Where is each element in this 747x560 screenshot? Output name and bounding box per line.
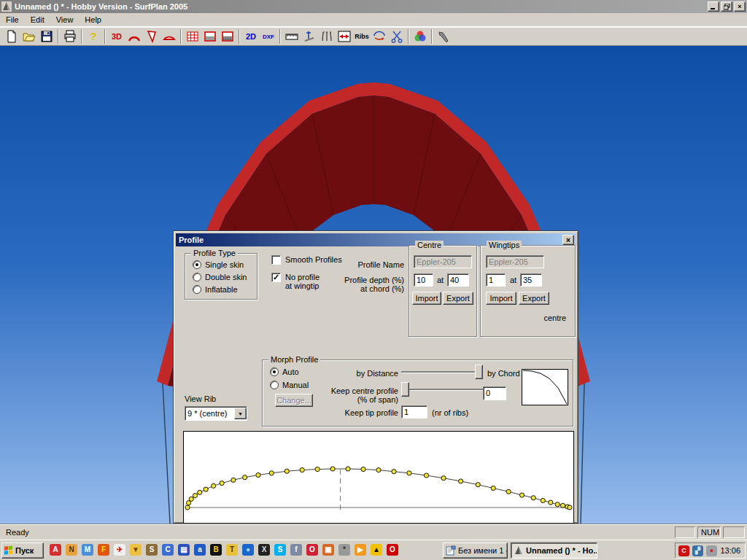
black-app-icon[interactable]: X <box>258 544 270 556</box>
restore-button[interactable] <box>721 1 732 12</box>
notes-icon[interactable]: N <box>66 544 77 556</box>
arch-icon[interactable] <box>125 28 143 44</box>
menu-edit[interactable]: Edit <box>25 14 50 26</box>
satellite-icon[interactable]: S <box>146 544 158 556</box>
acdsee-icon[interactable]: A <box>50 544 61 556</box>
print-icon[interactable] <box>61 28 79 44</box>
wingtips-profile-name-field[interactable]: Eppler-205 <box>486 255 544 268</box>
avant-icon[interactable]: ▲ <box>371 544 382 556</box>
taskbar-buttons: Без имени 1 - Open...Unnamed () * - Ho..… <box>443 542 597 559</box>
comodo-icon[interactable]: C <box>678 545 689 556</box>
centre-text-label: centre <box>522 314 566 322</box>
close-icon: × <box>566 236 570 244</box>
muted-device-icon[interactable]: ● <box>706 545 717 556</box>
centre-import-button[interactable]: Import <box>412 292 441 305</box>
change-button[interactable]: Change... <box>275 394 313 407</box>
centre-export-button[interactable]: Export <box>443 292 473 305</box>
scissors-icon[interactable] <box>388 28 406 44</box>
paint-icon[interactable]: M <box>82 544 93 556</box>
restore-icon <box>724 4 730 10</box>
view-rib-label: View Rib <box>185 394 216 403</box>
centre-caption: Centre <box>415 241 444 249</box>
toolbar-separator <box>104 29 106 44</box>
measure-tool-icon[interactable] <box>301 28 318 44</box>
media-player-icon[interactable]: ▶ <box>355 544 366 556</box>
wingtips-depth-field[interactable]: 1 <box>486 273 506 287</box>
keep-centre-line2: (% of span) <box>357 395 398 404</box>
toolbar-separator <box>279 29 281 44</box>
task-openoffice-button[interactable]: Без имени 1 - Open... <box>443 542 508 559</box>
clipboard-icon[interactable]: C <box>162 544 174 556</box>
a-letter-icon[interactable]: a <box>194 544 206 556</box>
panel-solid-icon[interactable] <box>201 28 219 44</box>
minimize-button[interactable] <box>708 1 719 12</box>
slider-thumb[interactable] <box>475 365 483 379</box>
menu-help[interactable]: Help <box>79 14 107 26</box>
ruler-icon[interactable] <box>283 28 301 44</box>
opera-icon[interactable]: O <box>387 544 398 556</box>
ribs-icon[interactable]: Ribs <box>353 28 371 44</box>
tools-hammer-icon[interactable] <box>435 28 452 44</box>
toolbar-separator <box>58 29 59 44</box>
taskbar-button-label: Без имени 1 - Open... <box>458 546 508 555</box>
color-cube-icon[interactable]: ▣ <box>322 544 334 556</box>
dxf-icon[interactable]: DXF <box>260 28 277 44</box>
view-2d-icon[interactable]: 2D <box>242 28 260 44</box>
download-box-icon[interactable]: ▼ <box>130 544 142 556</box>
slider-thumb[interactable] <box>401 382 409 397</box>
view-3d-icon[interactable]: 3D <box>108 28 125 44</box>
flashget-icon[interactable]: F <box>98 544 109 556</box>
chevron-down-icon[interactable]: ▼ <box>234 408 247 419</box>
span-arrow-icon[interactable] <box>336 28 353 44</box>
radio-double-skin[interactable]: Double skin <box>193 273 247 281</box>
google-earth-icon[interactable]: ● <box>242 544 254 556</box>
centre-chord-field[interactable]: 40 <box>447 273 469 287</box>
new-icon[interactable] <box>3 28 20 44</box>
skype-icon[interactable]: S <box>274 544 286 556</box>
wingtip-icon[interactable] <box>143 28 160 44</box>
profile-dialog-title: Profile <box>179 236 204 244</box>
centre-depth-field[interactable]: 10 <box>414 273 433 287</box>
menu-view[interactable]: View <box>50 14 80 26</box>
open-icon[interactable] <box>20 28 38 44</box>
by-distance-slider[interactable] <box>401 364 483 381</box>
view-3d-icon-label: 3D <box>112 32 122 41</box>
status-message: Ready <box>0 528 675 537</box>
rotate-arc-icon[interactable] <box>371 28 388 44</box>
toolbar-separator <box>81 29 82 44</box>
radio-morph-auto[interactable]: Auto <box>270 368 299 376</box>
windows-logo-icon <box>4 545 13 555</box>
network-icon[interactable]: ▞ <box>692 545 703 556</box>
gear-icon[interactable]: * <box>338 544 350 556</box>
radio-single-skin[interactable]: Single skin <box>193 260 244 269</box>
wingtips-chord-field[interactable]: 35 <box>520 273 542 287</box>
start-button[interactable]: Пуск <box>1 542 44 559</box>
radio-morph-manual[interactable]: Manual <box>270 381 309 389</box>
red-plane-icon[interactable]: ✈ <box>114 544 125 556</box>
canopy-icon[interactable] <box>160 28 178 44</box>
centre-profile-name-field[interactable]: Eppler-205 <box>414 255 472 268</box>
help-icon[interactable]: ? <box>85 28 102 44</box>
tools-palette-icon[interactable]: T <box>226 544 238 556</box>
lips-icon[interactable]: O <box>306 544 318 556</box>
f-circle-icon[interactable]: f <box>290 544 302 556</box>
close-button[interactable]: × <box>734 1 746 12</box>
view-rib-combo[interactable]: 9 * (centre) ▼ <box>185 406 247 421</box>
keep-centre-slider[interactable] <box>401 381 483 399</box>
batman-icon[interactable]: B <box>210 544 222 556</box>
panel-shaded-icon[interactable] <box>219 28 236 44</box>
task-surfplan-button[interactable]: Unnamed () * - Ho... <box>511 542 597 559</box>
radio-inflatable[interactable]: Inflatable <box>193 285 238 294</box>
keep-centre-value-field[interactable]: 0 <box>483 386 506 400</box>
grid-icon[interactable] <box>184 28 201 44</box>
window-title: Unnamed () * - Hobby Version - SurfPlan … <box>15 2 187 11</box>
wingtips-export-button[interactable]: Export <box>519 292 549 305</box>
color-wheel-icon[interactable] <box>411 28 429 44</box>
wingtips-import-button[interactable]: Import <box>486 292 516 305</box>
save-icon[interactable] <box>38 28 55 44</box>
bridle-lines-icon[interactable] <box>318 28 336 44</box>
keep-tip-value-field[interactable]: 1 <box>401 405 427 419</box>
menu-file[interactable]: File <box>0 14 25 26</box>
profile-dialog-close-button[interactable]: × <box>562 235 574 245</box>
database-window-icon[interactable]: ▤ <box>178 544 190 556</box>
